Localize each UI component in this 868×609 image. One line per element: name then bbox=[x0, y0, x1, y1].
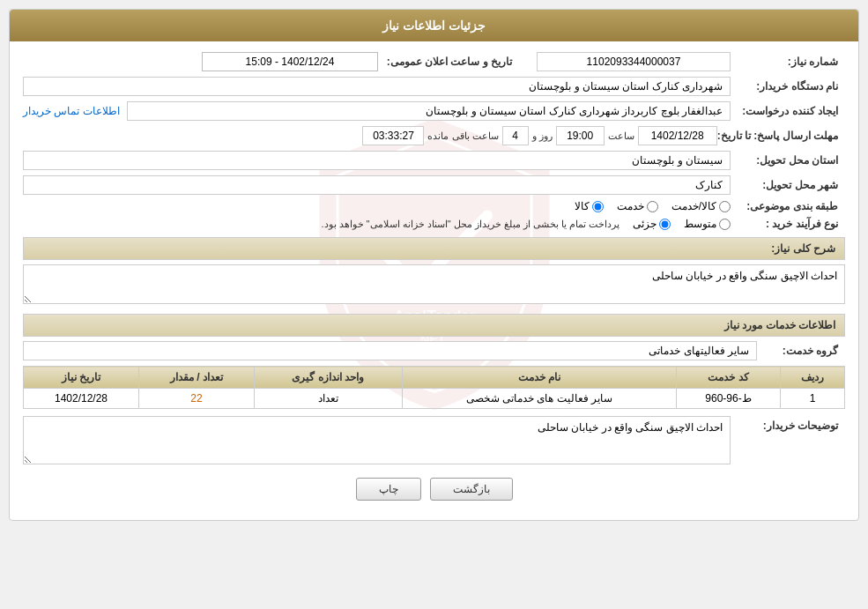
card-header: جزئیات اطلاعات نیاز bbox=[10, 10, 858, 41]
cell-row: 1 bbox=[780, 389, 844, 409]
order-number-label: شماره نیاز: bbox=[731, 56, 845, 68]
table-head: ردیف کد خدمت نام خدمت واحد اندازه گیری ت… bbox=[24, 367, 845, 389]
radio-kala-khedmat-item[interactable]: کالا/خدمت bbox=[671, 200, 731, 212]
header-title: جزئیات اطلاعات نیاز bbox=[382, 19, 486, 33]
deadline-time-value: 19:00 bbox=[556, 126, 605, 145]
radio-jozi-label: جزئی bbox=[633, 218, 657, 230]
contact-link[interactable]: اطلاعات تماس خریدار bbox=[23, 105, 120, 117]
deadline-date-value: 1402/12/28 bbox=[638, 126, 717, 145]
col-qty: تعداد / مقدار bbox=[138, 367, 254, 389]
radio-kala-khedmat[interactable] bbox=[719, 201, 731, 212]
purchase-label: نوع فرآیند خرید : bbox=[731, 218, 845, 230]
cell-date: 1402/12/28 bbox=[24, 389, 139, 409]
description-container bbox=[23, 264, 845, 307]
print-button[interactable]: چاپ bbox=[356, 478, 421, 501]
description-textarea[interactable] bbox=[23, 264, 845, 304]
table-body: 1 ط-96-960 سایر فعالیت های خدماتی شخصی ت… bbox=[24, 389, 845, 409]
date-announce-label: تاریخ و ساعت اعلان عمومی: bbox=[378, 56, 519, 68]
col-row: ردیف bbox=[780, 367, 844, 389]
purchase-radio-group: متوسط جزئی پرداخت تمام یا بخشی از مبلغ خ… bbox=[23, 218, 731, 230]
cell-qty: 22 bbox=[138, 389, 254, 409]
deadline-row: مهلت ارسال پاسخ: تا تاریخ: 1402/12/28 سا… bbox=[23, 126, 845, 145]
table-row: 1 ط-96-960 سایر فعالیت های خدماتی شخصی ت… bbox=[24, 389, 845, 409]
description-section-header: شرح کلی نیاز: bbox=[23, 237, 845, 260]
cell-name: سایر فعالیت های خدماتی شخصی bbox=[402, 389, 677, 409]
buyer-org-row: نام دستگاه خریدار: شهرداری کنارک استان س… bbox=[23, 77, 845, 96]
radio-kala[interactable] bbox=[592, 201, 604, 212]
radio-mottavasset[interactable] bbox=[719, 219, 731, 230]
service-group-value: سایر فعالیتهای خدماتی bbox=[23, 341, 757, 360]
table-header-row: ردیف کد خدمت نام خدمت واحد اندازه گیری ت… bbox=[24, 367, 845, 389]
city-value: کنارک bbox=[23, 175, 731, 195]
category-radio-group: کالا/خدمت خدمت کالا bbox=[23, 200, 731, 212]
radio-kala-khedmat-label: کالا/خدمت bbox=[671, 200, 716, 212]
buyer-notes-row: توضیحات خریدار: bbox=[23, 416, 845, 464]
date-announce-value: 1402/12/24 - 15:09 bbox=[202, 52, 378, 71]
service-group-row: گروه خدمت: سایر فعالیتهای خدماتی bbox=[23, 341, 845, 360]
purchase-note: پرداخت تمام یا بخشی از مبلغ خریداز محل "… bbox=[321, 219, 619, 230]
col-date: تاریخ نیاز bbox=[24, 367, 139, 389]
radio-kala-label: کالا bbox=[575, 200, 590, 212]
buyer-org-label: نام دستگاه خریدار: bbox=[731, 80, 845, 93]
province-value: سیستان و بلوچستان bbox=[23, 151, 731, 170]
button-row: بازگشت چاپ bbox=[23, 478, 845, 509]
services-section-header: اطلاعات خدمات مورد نیاز bbox=[23, 314, 845, 337]
order-number-value: 1102093344000037 bbox=[537, 52, 731, 71]
radio-mottavasset-item[interactable]: متوسط bbox=[684, 218, 731, 230]
deadline-time-label: ساعت bbox=[608, 130, 634, 142]
page-wrapper: AnaITender .NET جزئیات اطلاعات نیاز شمار… bbox=[0, 0, 868, 609]
services-table: ردیف کد خدمت نام خدمت واحد اندازه گیری ت… bbox=[23, 366, 845, 409]
col-name: نام خدمت bbox=[402, 367, 677, 389]
radio-khedmat-item[interactable]: خدمت bbox=[617, 200, 658, 212]
purchase-row: نوع فرآیند خرید : متوسط جزئی پرداخت تمام… bbox=[23, 218, 845, 230]
buyer-org-value: شهرداری کنارک استان سیستان و بلوچستان bbox=[23, 77, 731, 96]
deadline-days-value: 4 bbox=[502, 126, 529, 145]
radio-jozi[interactable] bbox=[659, 219, 671, 230]
radio-kala-item[interactable]: کالا bbox=[575, 200, 604, 212]
deadline-days-label: روز و bbox=[532, 130, 553, 142]
category-label: طبقه بندی موضوعی: bbox=[731, 200, 845, 212]
creator-value: عبدالغفار بلوچ کاربرداز شهرداری کنارک اس… bbox=[127, 101, 731, 121]
creator-row: ایجاد کننده درخواست: عبدالغفار بلوچ کارب… bbox=[23, 101, 845, 121]
cell-unit: تعداد bbox=[254, 389, 402, 409]
city-row: شهر محل تحویل: کنارک bbox=[23, 175, 845, 195]
province-row: استان محل تحویل: سیستان و بلوچستان bbox=[23, 151, 845, 170]
buyer-notes-textarea[interactable] bbox=[23, 416, 731, 464]
radio-khedmat-label: خدمت bbox=[617, 200, 644, 212]
order-number-row: شماره نیاز: 1102093344000037 تاریخ و ساع… bbox=[23, 52, 845, 71]
radio-mottavasset-label: متوسط bbox=[684, 218, 716, 230]
deadline-remaining-value: 03:33:27 bbox=[362, 126, 424, 145]
deadline-remaining-label: ساعت باقی مانده bbox=[427, 130, 498, 142]
creator-label: ایجاد کننده درخواست: bbox=[731, 105, 845, 117]
province-label: استان محل تحویل: bbox=[731, 154, 845, 167]
radio-jozi-item[interactable]: جزئی bbox=[633, 218, 671, 230]
main-card: AnaITender .NET جزئیات اطلاعات نیاز شمار… bbox=[9, 9, 859, 521]
buyer-notes-label: توضیحات خریدار: bbox=[731, 416, 845, 432]
city-label: شهر محل تحویل: bbox=[731, 179, 845, 191]
cell-code: ط-96-960 bbox=[677, 389, 781, 409]
content-wrapper: جزئیات اطلاعات نیاز شماره نیاز: 11020933… bbox=[10, 10, 858, 520]
col-unit: واحد اندازه گیری bbox=[254, 367, 402, 389]
category-row: طبقه بندی موضوعی: کالا/خدمت خدمت کالا bbox=[23, 200, 845, 212]
col-code: کد خدمت bbox=[677, 367, 781, 389]
deadline-label: مهلت ارسال پاسخ: تا تاریخ: bbox=[717, 130, 845, 142]
card-body: شماره نیاز: 1102093344000037 تاریخ و ساع… bbox=[10, 41, 858, 520]
deadline-date-row: 1402/12/28 ساعت 19:00 روز و 4 ساعت باقی … bbox=[23, 126, 717, 145]
service-group-label: گروه خدمت: bbox=[757, 345, 845, 357]
radio-khedmat[interactable] bbox=[647, 201, 658, 212]
back-button[interactable]: بازگشت bbox=[430, 478, 513, 501]
